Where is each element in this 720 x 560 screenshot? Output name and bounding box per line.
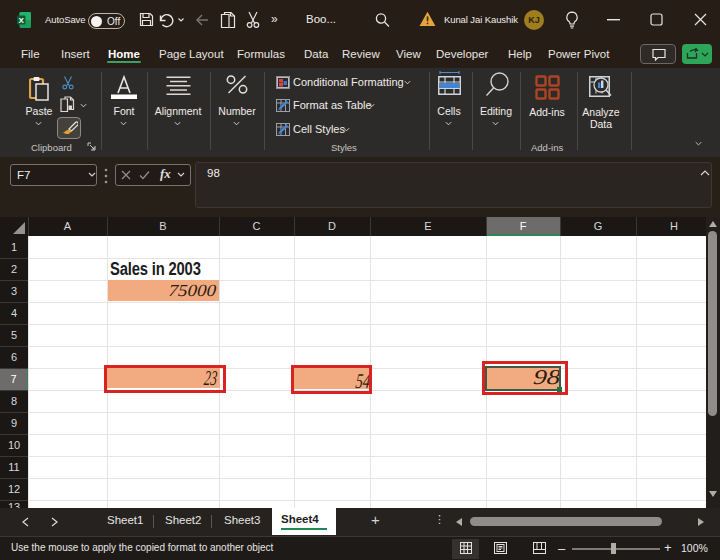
svg-text:X: X xyxy=(19,16,25,25)
